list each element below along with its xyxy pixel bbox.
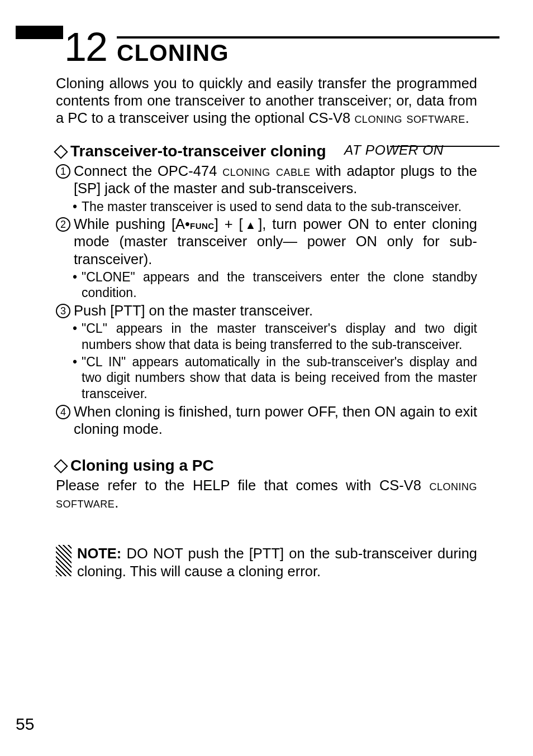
section1-body: 1 Connect the OPC-474 cloning cable with…	[56, 162, 477, 438]
bullet-dot: •	[73, 199, 77, 215]
note-body: NOTE: DO NOT push the [PTT] on the sub-t…	[77, 545, 477, 580]
step2-bullet: • "CLONE" appears and the transceivers e…	[73, 269, 477, 302]
step-3-body: Push [PTT] on the master transceiver.	[74, 302, 477, 319]
intro-text-c: .	[465, 110, 469, 126]
up-triangle-icon: ▲	[243, 219, 259, 231]
step1-a: Connect the OPC-474	[74, 163, 222, 179]
chapter-number: 12	[64, 27, 107, 67]
circled-number-3: 3	[56, 304, 70, 318]
page-number: 55	[16, 715, 34, 734]
note-label: NOTE:	[77, 546, 121, 561]
section2-head: Cloning using a PC	[56, 457, 477, 475]
power-on-label: AT POWER ON	[344, 142, 444, 158]
chapter-title-wrap: CLONING	[117, 33, 499, 66]
manual-page: 12 CLONING Cloning allows you to quickly…	[0, 0, 533, 756]
hatch-icon	[56, 545, 72, 576]
step-4-body: When cloning is finished, turn power OFF…	[74, 403, 477, 438]
step-1: 1 Connect the OPC-474 cloning cable with…	[56, 162, 477, 197]
step3-bullet-1: • "CL" appears in the master transceiver…	[73, 320, 477, 353]
section1-title: Transceiver-to-transceiver cloning	[70, 142, 326, 160]
intro-paragraph: Cloning allows you to quickly and easily…	[56, 75, 477, 127]
step3-bullet-2: • "CL IN" appears automatically in the s…	[73, 354, 477, 402]
step1-bullet: • The master transceiver is used to send…	[73, 199, 477, 215]
power-on-rule	[390, 146, 499, 147]
step3-bullet2-text: "CL IN" appears automatically in the sub…	[82, 354, 477, 402]
step1-b: cloning cable	[222, 163, 310, 179]
note-block: NOTE: DO NOT push the [PTT] on the sub-t…	[56, 545, 477, 580]
chapter-title: CLONING	[117, 40, 499, 66]
circled-number-4: 4	[56, 405, 70, 419]
header-block	[16, 26, 63, 39]
func-label: func	[190, 218, 215, 232]
section2-title: Cloning using a PC	[70, 457, 214, 475]
note-text: DO NOT push the [PTT] on the sub-transce…	[77, 546, 477, 578]
step2-b: ] + [	[215, 216, 243, 232]
section2-a: Please refer to the HELP file that comes…	[56, 477, 429, 493]
step-3: 3 Push [PTT] on the master transceiver.	[56, 302, 477, 319]
bullet-dot: •	[73, 320, 77, 337]
chapter-heading: 12 CLONING	[64, 27, 499, 67]
step-2-body: While pushing [A•func] + [▲], turn power…	[74, 216, 477, 267]
section-transceiver-cloning: Transceiver-to-transceiver cloning AT PO…	[56, 142, 477, 438]
section2-c: .	[115, 495, 118, 510]
circled-number-2: 2	[56, 217, 70, 232]
step-1-body: Connect the OPC-474 cloning cable with a…	[74, 162, 477, 197]
step-2: 2 While pushing [A•func] + [▲], turn pow…	[56, 216, 477, 267]
step1-bullet-text: The master transceiver is used to send d…	[82, 199, 477, 215]
step-4: 4 When cloning is finished, turn power O…	[56, 403, 477, 438]
circled-number-1: 1	[56, 164, 70, 179]
section1-head: Transceiver-to-transceiver cloning AT PO…	[56, 142, 477, 160]
diamond-icon	[54, 145, 68, 159]
intro-text-b: cloning software	[354, 110, 465, 126]
step3-bullet1-text: "CL" appears in the master transceiver's…	[82, 320, 477, 353]
bullet-dot: •	[73, 354, 77, 370]
bullet-dot: •	[73, 269, 77, 285]
chapter-rule	[117, 36, 499, 39]
step2-bullet-text: "CLONE" appears and the transceivers ent…	[82, 269, 477, 302]
section-pc-cloning: Cloning using a PC Please refer to the H…	[56, 457, 477, 511]
section2-body: Please refer to the HELP file that comes…	[56, 477, 477, 511]
diamond-icon	[54, 459, 68, 473]
step2-a: While pushing [A•	[74, 216, 190, 232]
